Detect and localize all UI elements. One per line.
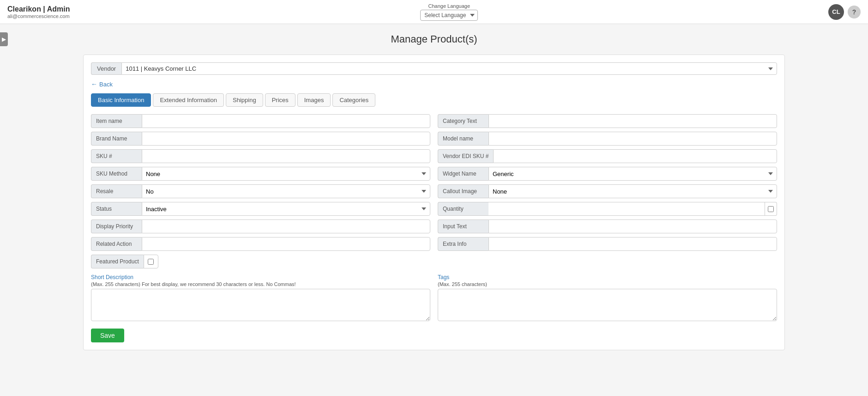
short-description-group: Short Description (Max. 255 characters) … xyxy=(91,274,430,321)
textarea-row: Short Description (Max. 255 characters) … xyxy=(91,274,777,321)
back-arrow-icon: ← xyxy=(91,80,97,88)
sku-method-group: SKU Method None xyxy=(91,167,430,181)
form-row-4: SKU Method None Widget Name Generic xyxy=(91,167,777,181)
header-branding: Clearikon | Admin ali@commercescience.co… xyxy=(7,5,70,19)
related-action-label: Related Action xyxy=(91,237,142,251)
resale-group: Resale No Yes xyxy=(91,184,430,198)
widget-name-group: Widget Name Generic xyxy=(438,167,777,181)
display-priority-label: Display Priority xyxy=(91,219,142,233)
short-description-textarea[interactable] xyxy=(91,289,430,321)
form-row-3: SKU # Vendor EDI SKU # xyxy=(91,149,777,163)
featured-product-group: Featured Product xyxy=(91,255,158,268)
display-priority-group: Display Priority xyxy=(91,219,430,233)
form-row-6: Status Inactive Active Quantity xyxy=(91,202,777,216)
extra-info-input[interactable] xyxy=(488,237,777,251)
model-name-label: Model name xyxy=(438,132,488,146)
item-name-group: Item name xyxy=(91,114,430,128)
input-text-label: Input Text xyxy=(438,219,488,233)
sku-group: SKU # xyxy=(91,149,430,163)
form-row-5: Resale No Yes Callout Image None xyxy=(91,184,777,198)
category-text-label: Category Text xyxy=(438,114,488,128)
back-link-label: Back xyxy=(99,81,113,88)
tags-label: Tags xyxy=(438,274,777,280)
page-title: Manage Product(s) xyxy=(83,33,785,45)
short-description-label: Short Description xyxy=(91,274,430,280)
vendor-edi-sku-label: Vendor EDI SKU # xyxy=(438,149,493,163)
item-name-input[interactable] xyxy=(142,114,430,128)
tab-basic-information[interactable]: Basic Information xyxy=(91,93,151,107)
widget-name-select[interactable]: Generic xyxy=(488,167,777,181)
widget-name-label: Widget Name xyxy=(438,167,488,181)
display-priority-input[interactable] xyxy=(142,219,430,233)
vendor-edi-sku-input[interactable] xyxy=(493,149,777,163)
header: Clearikon | Admin ali@commercescience.co… xyxy=(0,0,868,24)
form-row-9: Featured Product xyxy=(91,255,777,268)
item-name-label: Item name xyxy=(91,114,142,128)
sku-method-label: SKU Method xyxy=(91,167,142,181)
main-card: Vendor 1011 | Keavys Corner LLC ← Back B… xyxy=(83,55,785,350)
featured-product-checkbox-wrap xyxy=(144,255,158,268)
sku-method-select[interactable]: None xyxy=(142,167,430,181)
app-title: Clearikon | Admin xyxy=(7,5,70,13)
resale-select[interactable]: No Yes xyxy=(142,184,430,198)
featured-product-checkbox[interactable] xyxy=(148,259,154,265)
brand-name-input[interactable] xyxy=(142,132,430,146)
quantity-checkbox[interactable] xyxy=(768,206,774,212)
brand-name-group: Brand Name xyxy=(91,132,430,146)
sku-input[interactable] xyxy=(142,149,430,163)
callout-image-label: Callout Image xyxy=(438,184,488,198)
tab-images[interactable]: Images xyxy=(297,93,331,107)
extra-info-group: Extra Info xyxy=(438,237,777,251)
tags-group: Tags (Max. 255 characters) xyxy=(438,274,777,321)
resale-label: Resale xyxy=(91,184,142,198)
model-name-input[interactable] xyxy=(488,132,777,146)
extra-info-label: Extra Info xyxy=(438,237,488,251)
language-selector-group: Change Language Select Language xyxy=(420,3,478,21)
tags-textarea[interactable] xyxy=(438,289,777,321)
form-row-7: Display Priority Input Text xyxy=(91,219,777,233)
short-description-hint: (Max. 255 characters) For best display, … xyxy=(91,281,430,287)
category-text-input[interactable] xyxy=(488,114,777,128)
quantity-label: Quantity xyxy=(438,202,488,216)
language-select[interactable]: Select Language xyxy=(420,10,478,21)
model-name-group: Model name xyxy=(438,132,777,146)
tab-extended-information[interactable]: Extended Information xyxy=(153,93,224,107)
help-button[interactable]: ? xyxy=(848,6,861,18)
related-action-input[interactable] xyxy=(142,237,430,251)
sidebar-toggle-button[interactable]: ▶ xyxy=(0,32,8,46)
brand-name-label: Brand Name xyxy=(91,132,142,146)
form-row-1: Item name Category Text xyxy=(91,114,777,128)
quantity-input[interactable] xyxy=(488,202,765,216)
input-text-input[interactable] xyxy=(488,219,777,233)
quantity-group: Quantity xyxy=(438,202,777,216)
status-label: Status xyxy=(91,202,142,216)
callout-image-select[interactable]: None xyxy=(488,184,777,198)
user-avatar-button[interactable]: CL xyxy=(828,4,844,20)
user-email: ali@commercescience.com xyxy=(7,13,70,19)
callout-image-group: Callout Image None xyxy=(438,184,777,198)
header-actions: CL ? xyxy=(828,4,861,20)
tags-hint: (Max. 255 characters) xyxy=(438,281,777,287)
sku-label: SKU # xyxy=(91,149,142,163)
featured-product-label: Featured Product xyxy=(91,255,144,268)
category-text-group: Category Text xyxy=(438,114,777,128)
language-label: Change Language xyxy=(428,3,470,9)
input-text-group: Input Text xyxy=(438,219,777,233)
vendor-label: Vendor xyxy=(91,62,121,75)
tab-shipping[interactable]: Shipping xyxy=(226,93,263,107)
vendor-select[interactable]: 1011 | Keavys Corner LLC xyxy=(121,62,777,75)
page-content: Manage Product(s) Vendor 1011 | Keavys C… xyxy=(65,24,803,369)
form-row-2: Brand Name Model name xyxy=(91,132,777,146)
back-link[interactable]: ← Back xyxy=(91,80,113,88)
status-select[interactable]: Inactive Active xyxy=(142,202,430,216)
vendor-edi-sku-group: Vendor EDI SKU # xyxy=(438,149,777,163)
save-button[interactable]: Save xyxy=(91,329,124,342)
quantity-checkbox-wrap xyxy=(765,202,777,216)
form-grid: Item name Category Text Brand Name Model… xyxy=(91,114,777,268)
form-row-8: Related Action Extra Info xyxy=(91,237,777,251)
tab-categories[interactable]: Categories xyxy=(332,93,375,107)
tabs-bar: Basic Information Extended Information S… xyxy=(91,93,777,107)
related-action-group: Related Action xyxy=(91,237,430,251)
tab-prices[interactable]: Prices xyxy=(265,93,295,107)
status-group: Status Inactive Active xyxy=(91,202,430,216)
